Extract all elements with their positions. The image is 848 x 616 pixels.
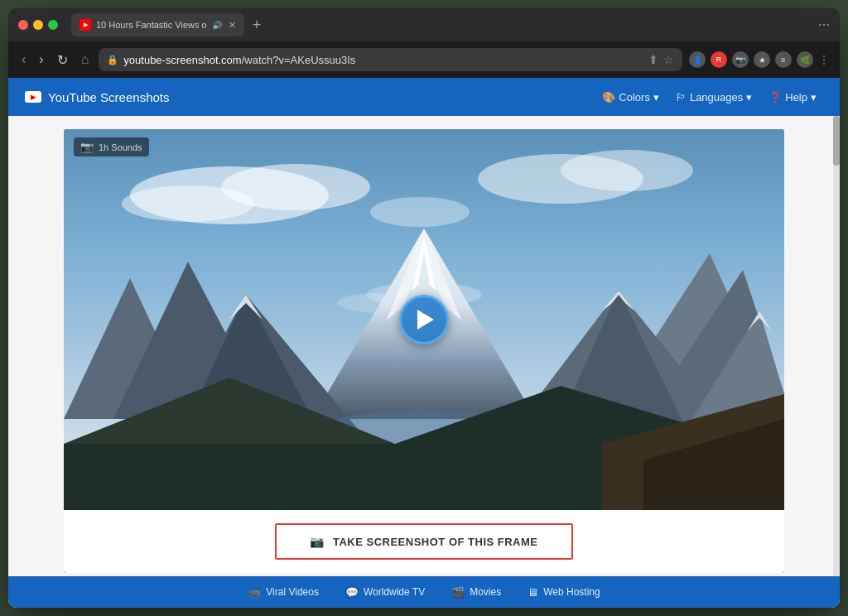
address-actions: ⬆ ☆ — [648, 53, 674, 66]
refresh-button[interactable]: ↻ — [54, 51, 71, 70]
footer-viral-videos[interactable]: 📹 Viral Videos — [248, 586, 319, 599]
palette-icon: 🎨 — [602, 91, 615, 103]
nav-colors[interactable]: 🎨 Colors ▾ — [595, 88, 666, 107]
tab-bar: 10 Hours Fantastic Views o 🔊 ✕ + — [71, 13, 812, 36]
extension-icon-5[interactable]: 🌿 — [797, 51, 813, 68]
flag-icon: 🏳 — [676, 91, 687, 103]
viral-videos-icon: 📹 — [248, 586, 261, 599]
site-logo-text: YouTube Screenshots — [48, 90, 170, 104]
forward-button[interactable]: › — [36, 51, 46, 69]
tab-favicon — [80, 19, 91, 31]
page-wrapper: 📷 1h Sounds 📷 TAKE SCREENSHOT OF THIS FR… — [8, 116, 840, 576]
bookmark-icon[interactable]: ☆ — [663, 53, 674, 66]
tab-close-button[interactable]: ✕ — [229, 20, 236, 31]
footer-web-hosting[interactable]: 🖥 Web Hosting — [528, 586, 600, 599]
site-header: ▶ YouTube Screenshots 🎨 Colors ▾ 🏳 Langu… — [8, 78, 840, 116]
address-text: youtube-screenshot.com/watch?v=AKeUssuu3… — [123, 54, 643, 66]
screenshot-button-label: TAKE SCREENSHOT OF THIS FRAME — [333, 536, 538, 548]
screenshot-section: 📷 TAKE SCREENSHOT OF THIS FRAME — [64, 510, 784, 573]
site-footer: 📹 Viral Videos 💬 Worldwide TV 🎬 Movies 🖥… — [8, 576, 840, 608]
browser-window: 10 Hours Fantastic Views o 🔊 ✕ + ⋯ ‹ › ↻… — [8, 8, 840, 608]
profile-icon[interactable]: 👤 — [689, 51, 706, 68]
window-menu-icon[interactable]: ⋯ — [818, 18, 830, 31]
youtube-logo-icon: ▶ — [25, 91, 41, 103]
lock-icon: 🔒 — [107, 55, 118, 65]
movies-icon: 🎬 — [451, 586, 465, 599]
nav-help[interactable]: ❓ Help ▾ — [762, 88, 823, 107]
share-icon[interactable]: ⬆ — [648, 53, 658, 66]
screenshot-camera-icon: 📷 — [310, 535, 325, 548]
tab-title: 10 Hours Fantastic Views o — [96, 20, 207, 30]
extension-icon-4[interactable]: ≡ — [775, 51, 792, 68]
camera-icon: 📷 — [80, 141, 94, 153]
play-button[interactable] — [399, 295, 449, 344]
address-bar[interactable]: 🔒 youtube-screenshot.com/watch?v=AKeUssu… — [99, 48, 682, 71]
footer-movies[interactable]: 🎬 Movies — [451, 586, 501, 599]
colors-dropdown-icon: ▾ — [653, 91, 659, 103]
nav-languages-label: Languages — [690, 91, 743, 103]
toolbar-icons: 👤 R 📷 ★ ≡ 🌿 ⋮ — [689, 51, 830, 68]
nav-help-label: Help — [785, 91, 807, 103]
play-triangle-icon — [417, 310, 434, 330]
video-thumbnail: 📷 1h Sounds — [64, 129, 784, 510]
svg-point-6 — [370, 197, 470, 227]
take-screenshot-button[interactable]: 📷 TAKE SCREENSHOT OF THIS FRAME — [275, 523, 572, 560]
footer-viral-videos-label: Viral Videos — [266, 586, 319, 598]
footer-movies-label: Movies — [470, 586, 501, 598]
help-dropdown-icon: ▾ — [811, 91, 817, 103]
more-options-icon[interactable]: ⋮ — [818, 53, 830, 66]
languages-dropdown-icon: ▾ — [746, 91, 752, 103]
worldwide-tv-icon: 💬 — [345, 586, 359, 599]
scrollbar-thumb[interactable] — [833, 116, 840, 166]
scrollbar[interactable] — [833, 116, 840, 576]
content-area: 📷 1h Sounds 📷 TAKE SCREENSHOT OF THIS FR… — [8, 116, 840, 576]
window-controls: ⋯ — [818, 18, 830, 31]
svg-point-3 — [122, 185, 254, 222]
traffic-lights — [18, 20, 58, 30]
video-cam-badge: 📷 1h Sounds — [74, 137, 149, 156]
back-button[interactable]: ‹ — [18, 51, 29, 69]
close-button[interactable] — [18, 20, 28, 30]
site-nav: 🎨 Colors ▾ 🏳 Languages ▾ ❓ Help ▾ — [595, 88, 823, 107]
site-logo: ▶ YouTube Screenshots — [25, 90, 170, 104]
active-tab[interactable]: 10 Hours Fantastic Views o 🔊 ✕ — [71, 13, 244, 36]
nav-languages[interactable]: 🏳 Languages ▾ — [669, 88, 759, 107]
footer-worldwide-tv[interactable]: 💬 Worldwide TV — [345, 586, 425, 599]
maximize-button[interactable] — [48, 20, 58, 30]
web-hosting-icon: 🖥 — [528, 586, 538, 599]
extension-icon-3[interactable]: ★ — [754, 51, 770, 68]
cam-label: 1h Sounds — [99, 142, 142, 152]
tab-audio-icon: 🔊 — [212, 21, 222, 30]
footer-web-hosting-label: Web Hosting — [543, 586, 600, 598]
titlebar: 10 Hours Fantastic Views o 🔊 ✕ + ⋯ — [8, 8, 840, 41]
extension-icon-1[interactable]: R — [711, 51, 727, 68]
page: ▶ YouTube Screenshots 🎨 Colors ▾ 🏳 Langu… — [8, 78, 840, 608]
home-button[interactable]: ⌂ — [78, 51, 93, 69]
help-icon: ❓ — [768, 91, 782, 103]
minimize-button[interactable] — [33, 20, 43, 30]
video-container: 📷 1h Sounds 📷 TAKE SCREENSHOT OF THIS FR… — [64, 129, 784, 573]
nav-colors-label: Colors — [619, 91, 650, 103]
extension-icon-2[interactable]: 📷 — [732, 51, 749, 68]
addressbar: ‹ › ↻ ⌂ 🔒 youtube-screenshot.com/watch?v… — [8, 41, 840, 78]
footer-worldwide-tv-label: Worldwide TV — [364, 586, 425, 598]
svg-point-5 — [561, 150, 693, 191]
new-tab-button[interactable]: + — [248, 15, 267, 36]
